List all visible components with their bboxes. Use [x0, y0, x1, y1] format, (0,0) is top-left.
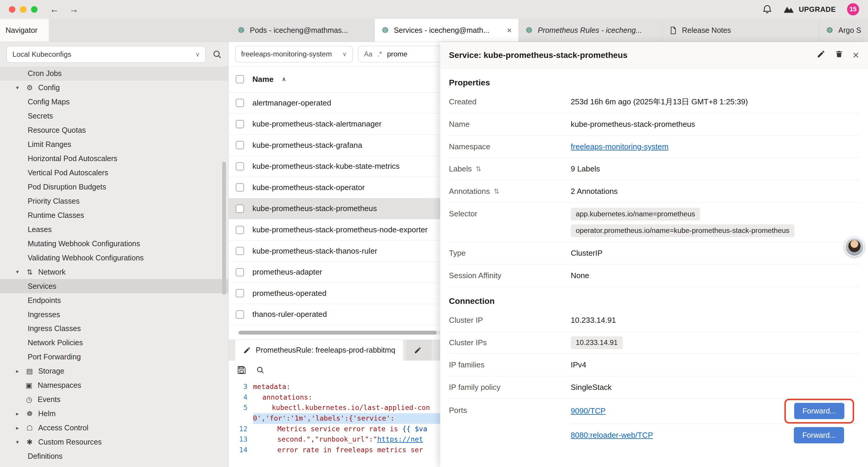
- notification-count-badge[interactable]: 15: [847, 3, 859, 16]
- horizontal-scrollbar-thumb[interactable]: [239, 331, 437, 334]
- clock-icon: ◷: [24, 395, 34, 404]
- edit-icon[interactable]: [816, 50, 826, 61]
- expand-collapse-icon[interactable]: [494, 187, 499, 195]
- sidebar-item-ingresses[interactable]: Ingresses: [0, 308, 228, 322]
- storage-icon: ▤: [25, 367, 34, 375]
- editor-search-icon[interactable]: [256, 366, 265, 376]
- sidebar-item-priority-classes[interactable]: Priority Classes: [0, 194, 228, 208]
- expand-collapse-icon[interactable]: [476, 165, 481, 173]
- sidebar-item-storage[interactable]: ▤Storage: [0, 364, 228, 378]
- sidebar-item-config-maps[interactable]: Config Maps: [0, 95, 228, 109]
- row-checkbox[interactable]: [236, 120, 244, 128]
- property-row-cluster-ips: Cluster IPs 10.233.14.91: [449, 332, 859, 354]
- shield-icon: ☖: [25, 424, 34, 432]
- namespace-link[interactable]: freeleaps-monitoring-system: [571, 142, 669, 151]
- close-window-button[interactable]: [9, 6, 16, 13]
- chevron-right-icon[interactable]: [14, 368, 21, 375]
- sidebar-item-network[interactable]: ⇅Network: [0, 265, 228, 279]
- upgrade-button[interactable]: UPGRADE: [783, 5, 836, 13]
- forward-button-9090[interactable]: Forward...: [794, 403, 844, 419]
- property-row-type: Type ClusterIP: [449, 242, 859, 265]
- sidebar-item-horizontal-pod-autoscalers[interactable]: Horizontal Pod Autoscalers: [0, 152, 228, 166]
- user-avatar[interactable]: [845, 237, 864, 257]
- close-drawer-icon[interactable]: [852, 49, 859, 61]
- sidebar-item-ingress-classes[interactable]: Ingress Classes: [0, 322, 228, 336]
- sidebar-item-endpoints[interactable]: Endpoints: [0, 293, 228, 308]
- ip-family-policy-value: SingleStack: [571, 383, 612, 392]
- kubeconfig-selector[interactable]: Local Kubeconfigs: [6, 46, 206, 63]
- port-link-9090[interactable]: 9090/TCP: [571, 406, 606, 415]
- sidebar-item-resource-quotas[interactable]: Resource Quotas: [0, 123, 228, 138]
- sidebar-item-namespaces[interactable]: ▣Namespaces: [0, 378, 228, 392]
- sidebar-item-cron-jobs[interactable]: Cron Jobs: [0, 66, 228, 81]
- notifications-bell-icon[interactable]: [762, 4, 772, 14]
- port-link-8080-reloader-web[interactable]: 8080:reloader-web/TCP: [571, 431, 653, 440]
- namespace-filter-select[interactable]: freeleaps-monitoring-system: [235, 46, 352, 62]
- tab-prometheus-rules[interactable]: Prometheus Rules - icecheng...: [519, 19, 663, 42]
- sidebar-search-icon[interactable]: [212, 50, 222, 59]
- row-checkbox[interactable]: [236, 183, 244, 192]
- service-name: alertmanager-operated: [252, 98, 331, 108]
- row-checkbox[interactable]: [236, 268, 244, 276]
- sidebar-item-events[interactable]: ◷Events: [0, 392, 228, 407]
- sidebar-item-config[interactable]: ⚙Config: [0, 81, 228, 95]
- dock-tab-partial[interactable]: [406, 340, 432, 360]
- trash-icon[interactable]: [835, 50, 843, 61]
- close-tab-icon[interactable]: [507, 26, 512, 35]
- regex-toggle[interactable]: .*: [378, 50, 382, 58]
- tab-argo[interactable]: Argo S: [819, 19, 868, 42]
- sidebar-item-services[interactable]: Services: [0, 279, 228, 293]
- sidebar-item-vertical-pod-autoscalers[interactable]: Vertical Pod Autoscalers: [0, 166, 228, 180]
- search-input[interactable]: [387, 50, 437, 58]
- row-checkbox[interactable]: [236, 247, 244, 255]
- row-checkbox[interactable]: [236, 226, 244, 234]
- properties-heading: Properties: [449, 78, 859, 87]
- sidebar-item-leases[interactable]: Leases: [0, 222, 228, 236]
- property-label: Namespace: [449, 142, 571, 151]
- chevron-down-icon[interactable]: [14, 439, 21, 445]
- tab-release-notes[interactable]: Release Notes: [663, 19, 819, 42]
- match-case-toggle[interactable]: Aa: [364, 50, 373, 58]
- chevron-down-icon[interactable]: [14, 85, 21, 91]
- sidebar-item-port-forwarding[interactable]: Port Forwarding: [0, 350, 228, 364]
- sidebar-item-definitions[interactable]: Definitions: [0, 449, 228, 463]
- sidebar-item-limit-ranges[interactable]: Limit Ranges: [0, 138, 228, 152]
- kubeconfig-selector-value: Local Kubeconfigs: [12, 50, 71, 59]
- chevron-down-icon[interactable]: [14, 269, 21, 275]
- sidebar-item-runtime-classes[interactable]: Runtime Classes: [0, 208, 228, 222]
- select-all-checkbox[interactable]: [236, 75, 244, 83]
- sidebar-item-network-policies[interactable]: Network Policies: [0, 336, 228, 350]
- dock-tab-prometheusrule[interactable]: PrometheusRule: freeleaps-prod-rabbitmq: [235, 340, 403, 360]
- row-checkbox[interactable]: [236, 99, 244, 107]
- window-controls: [9, 6, 37, 13]
- tab-services[interactable]: Services - icecheng@math...: [375, 19, 519, 42]
- forward-icon[interactable]: [69, 4, 79, 15]
- navigator-panel-tab[interactable]: Navigator: [0, 19, 49, 42]
- back-icon[interactable]: [50, 4, 59, 15]
- save-icon[interactable]: [237, 365, 246, 377]
- row-checkbox[interactable]: [236, 310, 244, 319]
- sidebar-item-access-control[interactable]: ☖Access Control: [0, 421, 228, 435]
- chevron-right-icon[interactable]: [14, 411, 21, 417]
- sidebar-item-label: Config Maps: [28, 97, 70, 106]
- sidebar-item-helm[interactable]: ☸Helm: [0, 407, 228, 421]
- forward-button-8080[interactable]: Forward...: [794, 427, 844, 443]
- row-checkbox[interactable]: [236, 162, 244, 171]
- row-checkbox[interactable]: [236, 289, 244, 297]
- row-checkbox[interactable]: [236, 205, 244, 213]
- name-column-header[interactable]: Name: [252, 75, 273, 84]
- sort-ascending-icon[interactable]: [282, 76, 286, 83]
- pencil-icon: [243, 346, 251, 354]
- row-checkbox[interactable]: [236, 141, 244, 149]
- selector-badge: operator.prometheus.io/name=kube-prometh…: [571, 224, 795, 237]
- sidebar-item-validating-webhook-configurations[interactable]: Validating Webhook Configurations: [0, 251, 228, 265]
- sidebar-item-custom-resources[interactable]: ✱Custom Resources: [0, 435, 228, 449]
- sidebar-item-secrets[interactable]: Secrets: [0, 109, 228, 123]
- minimize-window-button[interactable]: [20, 6, 26, 13]
- sidebar-item-mutating-webhook-configurations[interactable]: Mutating Webhook Configurations: [0, 236, 228, 251]
- sidebar-scrollbar[interactable]: [222, 162, 226, 295]
- tab-pods[interactable]: Pods - icecheng@mathmas...: [231, 19, 375, 42]
- chevron-right-icon[interactable]: [14, 425, 21, 431]
- sidebar-item-pod-disruption-budgets[interactable]: Pod Disruption Budgets: [0, 180, 228, 194]
- maximize-window-button[interactable]: [31, 6, 37, 13]
